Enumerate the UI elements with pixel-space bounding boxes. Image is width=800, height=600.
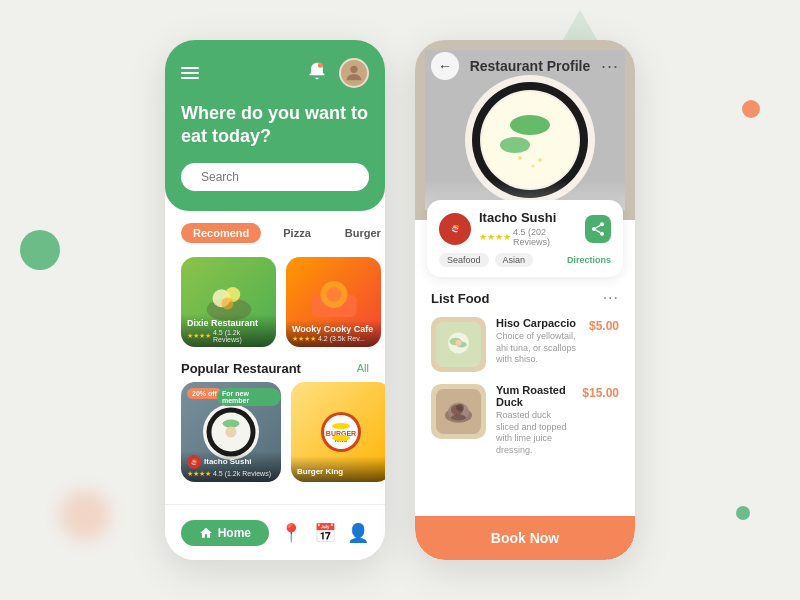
category-burger[interactable]: Burger [333, 223, 385, 243]
bottom-nav: Home 📍 📅 👤 [165, 504, 385, 560]
food-price-2: $15.00 [582, 386, 619, 400]
top-bar [181, 58, 369, 88]
home-icon [199, 526, 213, 540]
food-image-2 [436, 389, 481, 434]
search-bar[interactable] [181, 163, 369, 191]
svg-point-35 [592, 227, 596, 231]
top-right-icons [307, 58, 369, 88]
tag-asian: Asian [495, 253, 534, 267]
left-header: Where do you want to eat today? [165, 40, 385, 211]
restaurant-rating: 4.5 (202 Reviews) [513, 227, 577, 247]
food-info-1: Hiso Carpaccio Choice of yellowtail, ahi… [496, 317, 579, 366]
featured-card-2-rating: 4.2 (3.5k Rev... [318, 335, 365, 342]
food-name-1: Hiso Carpaccio [496, 317, 579, 329]
header-title: Where do you want to eat today? [181, 102, 369, 149]
avatar[interactable] [339, 58, 369, 88]
food-thumb-1 [431, 317, 486, 372]
svg-point-21 [332, 423, 350, 429]
food-item-2[interactable]: Yum Roasted Duck Roasted duck sliced and… [431, 384, 619, 457]
featured-card-2-stars: ★★★★ 4.2 (3.5k Rev... [292, 335, 375, 343]
restaurant-stars: ★★★★ 4.5 (202 Reviews) [479, 227, 577, 247]
book-now-button[interactable]: Book Now [415, 516, 635, 560]
popular-section-header: Popular Restaurant All [165, 355, 385, 382]
popular-row: 20% off For new member 🍣 Itacho Sushi ★★… [165, 382, 385, 482]
categories-row: Recomend Pizza Burger Sushi [165, 211, 385, 249]
share-button[interactable] [585, 215, 611, 243]
svg-point-43 [456, 340, 462, 346]
notification-icon[interactable] [307, 61, 331, 85]
svg-point-22 [332, 435, 350, 441]
list-food-title: List Food [431, 291, 490, 306]
featured-card-1[interactable]: Dixie Restaurant ★★★★ 4.5 (1.2k Reviews) [181, 257, 276, 347]
location-nav-icon[interactable]: 📍 [280, 522, 302, 544]
svg-line-38 [596, 225, 601, 228]
food-thumb-2 [431, 384, 486, 439]
star-icon-3: ★★★★ [187, 470, 211, 478]
food-price-1: $5.00 [589, 319, 619, 333]
svg-point-30 [538, 158, 542, 162]
featured-card-2[interactable]: Wooky Cooky Cafe ★★★★ 4.2 (3.5k Rev... [286, 257, 381, 347]
svg-point-29 [500, 137, 530, 153]
popular-card-sushi-info: 🍣 Itacho Sushi ★★★★ 4.5 (1.2k Reviews) [181, 451, 281, 482]
popular-card-sushi[interactable]: 20% off For new member 🍣 Itacho Sushi ★★… [181, 382, 281, 482]
svg-point-28 [510, 115, 550, 135]
deco-green-circle [20, 230, 60, 270]
food-item-1[interactable]: Hiso Carpaccio Choice of yellowtail, ahi… [431, 317, 619, 372]
food-desc-2: Roasted duck sliced and topped with lime… [496, 410, 572, 457]
popular-card-bk-info: Burger King [291, 456, 385, 482]
deco-green-small-circle [736, 506, 750, 520]
restaurant-tags: Seafood Asian Directions [439, 253, 611, 267]
svg-point-34 [600, 222, 604, 226]
restaurant-name: Itacho Sushi [479, 210, 577, 225]
calendar-nav-icon[interactable]: 📅 [314, 522, 336, 544]
restaurant-info: Itacho Sushi ★★★★ 4.5 (202 Reviews) [479, 210, 577, 247]
hamburger-menu[interactable] [181, 67, 199, 79]
list-food-more[interactable]: ··· [603, 289, 619, 307]
food-info-2: Yum Roasted Duck Roasted duck sliced and… [496, 384, 572, 457]
featured-card-1-name: Dixie Restaurant [187, 318, 270, 328]
left-phone: Where do you want to eat today? Recomend… [165, 40, 385, 560]
star-icon: ★★★★ [187, 332, 211, 340]
popular-card-sushi-rating: 4.5 (1.2k Reviews) [213, 470, 271, 477]
more-options-button[interactable]: ··· [601, 56, 619, 77]
restaurant-logo: 🍣 [439, 213, 471, 245]
back-button[interactable]: ← [431, 52, 459, 80]
popular-card-sushi-name: Itacho Sushi [204, 457, 252, 466]
deco-orange-blur [60, 490, 110, 540]
popular-all-link[interactable]: All [357, 362, 369, 374]
svg-point-1 [350, 66, 357, 73]
food-desc-1: Choice of yellowtail, ahi tuna, or scall… [496, 331, 579, 366]
svg-point-11 [326, 287, 341, 302]
list-food-header: List Food ··· [431, 289, 619, 307]
badge-new: For new member [217, 388, 281, 406]
tag-seafood: Seafood [439, 253, 489, 267]
restaurant-card-top: 🍣 Itacho Sushi ★★★★ 4.5 (202 Reviews) [439, 210, 611, 247]
svg-point-0 [318, 63, 323, 68]
category-recomend[interactable]: Recomend [181, 223, 261, 243]
food-name-2: Yum Roasted Duck [496, 384, 572, 408]
right-phone: ← Restaurant Profile ··· [415, 40, 635, 560]
svg-point-49 [451, 415, 466, 421]
star-icon-rp: ★★★★ [479, 232, 511, 242]
popular-card-bk-name: Burger King [297, 467, 343, 476]
directions-link[interactable]: Directions [567, 255, 611, 265]
share-icon [590, 221, 606, 237]
list-food-section: List Food ··· Hiso Carpaccio Choice of y… [415, 277, 635, 481]
category-pizza[interactable]: Pizza [271, 223, 323, 243]
svg-point-8 [221, 297, 233, 309]
svg-point-32 [532, 165, 535, 168]
svg-point-16 [225, 426, 236, 437]
featured-card-2-info: Wooky Cooky Cafe ★★★★ 4.2 (3.5k Rev... [286, 320, 381, 347]
featured-card-1-rating: 4.5 (1.2k Reviews) [213, 329, 270, 343]
star-icon-2: ★★★★ [292, 335, 316, 343]
home-nav-button[interactable]: Home [181, 520, 269, 546]
profile-nav-icon[interactable]: 👤 [347, 522, 369, 544]
itacho-logo: 🍣 [187, 455, 201, 469]
featured-card-2-name: Wooky Cooky Cafe [292, 324, 375, 334]
restaurant-card: 🍣 Itacho Sushi ★★★★ 4.5 (202 Reviews) [427, 200, 623, 277]
svg-line-37 [596, 230, 601, 233]
search-input[interactable] [201, 170, 351, 184]
food-image-1 [436, 322, 481, 367]
svg-point-48 [456, 404, 464, 412]
popular-card-bk[interactable]: BURGER KING Burger King [291, 382, 385, 482]
